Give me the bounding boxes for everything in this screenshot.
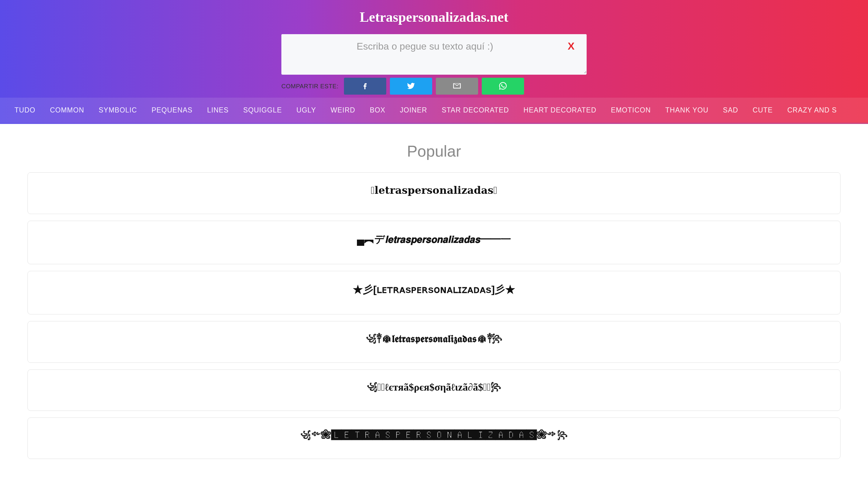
share-twitter-button[interactable] xyxy=(390,78,432,95)
text-input[interactable] xyxy=(281,34,587,74)
nav-item-ugly[interactable]: UGLY xyxy=(289,98,323,123)
style-text: ▄︻デ𝙡𝙚𝙩𝙧𝙖𝙨𝙥𝙚𝙧𝙨𝙤𝙣𝙖𝙡𝙞𝙯𝙖𝙙𝙖𝙨━━一 xyxy=(37,232,831,246)
nav-item-symbolic[interactable]: SYMBOLIC xyxy=(92,98,144,123)
whatsapp-icon xyxy=(498,81,508,91)
style-card[interactable]: ꧁༻❀🅻🅴🆃🆁🅰🆂🅿🅴🆁🆂🅾🅽🅰🅻🅸🆉🅰🅳🅰🆂❀༺꧂ xyxy=(27,418,841,459)
nav-item-joiner[interactable]: JOINER xyxy=(393,98,434,123)
nav-item-heart-decorated[interactable]: HEART DECORATED xyxy=(516,98,604,123)
header: Letraspersonalizadas.net X COMPARTIR EST… xyxy=(0,0,868,124)
nav-item-squiggle[interactable]: SQUIGGLE xyxy=(236,98,289,123)
share-label: COMPARTIR ESTE: xyxy=(281,83,338,90)
nav-item-cute[interactable]: CUTE xyxy=(745,98,780,123)
nav-item-star-decorated[interactable]: STAR DECORATED xyxy=(434,98,516,123)
twitter-icon xyxy=(407,81,416,91)
style-text: ꧁༒☬𝖑𝖊𝖙𝖗𝖆𝖘𝖕𝖊𝖗𝖘𝖔𝖓𝖆𝖑𝖎𝖟𝖆𝖉𝖆𝖘☬༒꧂ xyxy=(37,333,831,345)
nav-item-weird[interactable]: WEIRD xyxy=(323,98,363,123)
nav-item-tudo[interactable]: TUDO xyxy=(7,98,43,123)
share-row: COMPARTIR ESTE: xyxy=(138,75,730,95)
nav-item-pequenas[interactable]: PEQUENAS xyxy=(144,98,200,123)
category-nav[interactable]: TUDO COMMON SYMBOLIC PEQUENAS LINES SQUI… xyxy=(0,98,868,124)
style-text: ꧁༻❀🅻🅴🆃🆁🅰🆂🅿🅴🆁🆂🅾🅽🅰🅻🅸🆉🅰🅳🅰🆂❀༺꧂ xyxy=(37,429,831,441)
nav-item-crazy[interactable]: CRAZY AND S xyxy=(780,98,844,123)
nav-item-sad[interactable]: SAD xyxy=(716,98,745,123)
nav-item-thank-you[interactable]: THANK YOU xyxy=(658,98,716,123)
nav-item-emoticon[interactable]: EMOTICON xyxy=(604,98,658,123)
email-icon xyxy=(452,81,461,91)
style-text: 𓂀𝐥𝐞𝐭𝐫𝐚𝐬𝐩𝐞𝐫𝐬𝐨𝐧𝐚𝐥𝐢𝐳𝐚𝐝𝐚𝐬𓂀 xyxy=(37,184,831,196)
share-whatsapp-button[interactable] xyxy=(482,78,524,95)
nav-item-common[interactable]: COMMON xyxy=(43,98,91,123)
share-email-button[interactable] xyxy=(436,78,478,95)
facebook-icon xyxy=(360,81,370,91)
text-input-wrap: X xyxy=(281,34,587,75)
nav-item-box[interactable]: BOX xyxy=(362,98,393,123)
site-title: Letraspersonalizadas.net xyxy=(0,9,868,25)
style-text: ꧁𓊈𒆜ℓєтяã$ρєя$σηãℓιzã∂ã$𒆜𓊉꧂ xyxy=(37,381,831,393)
style-card[interactable]: 𓂀𝐥𝐞𝐭𝐫𝐚𝐬𝐩𝐞𝐫𝐬𝐨𝐧𝐚𝐥𝐢𝐳𝐚𝐝𝐚𝐬𓂀 xyxy=(27,172,841,214)
style-card[interactable]: ★彡[ʟᴇᴛʀᴀsᴘᴇʀsᴏɴᴀʟɪᴢᴀᴅᴀs]彡★ xyxy=(27,271,841,315)
style-text: ★彡[ʟᴇᴛʀᴀsᴘᴇʀsᴏɴᴀʟɪᴢᴀᴅᴀs]彡★ xyxy=(37,283,831,297)
style-card[interactable]: ꧁𓊈𒆜ℓєтяã$ρєя$σηãℓιzã∂ã$𒆜𓊉꧂ xyxy=(27,369,841,411)
style-card[interactable]: ꧁༒☬𝖑𝖊𝖙𝖗𝖆𝖘𝖕𝖊𝖗𝖘𝖔𝖓𝖆𝖑𝖎𝖟𝖆𝖉𝖆𝖘☬༒꧂ xyxy=(27,321,841,363)
style-card[interactable]: ▄︻デ𝙡𝙚𝙩𝙧𝙖𝙨𝙥𝙚𝙧𝙨𝙤𝙣𝙖𝙡𝙞𝙯𝙖𝙙𝙖𝙨━━一 xyxy=(27,221,841,264)
clear-input-button[interactable]: X xyxy=(568,40,574,52)
content: Popular 𓂀𝐥𝐞𝐭𝐫𝐚𝐬𝐩𝐞𝐫𝐬𝐨𝐧𝐚𝐥𝐢𝐳𝐚𝐝𝐚𝐬𓂀 ▄︻デ𝙡𝙚𝙩𝙧𝙖𝙨… xyxy=(6,124,862,478)
section-title: Popular xyxy=(27,142,841,160)
share-facebook-button[interactable] xyxy=(344,78,386,95)
nav-item-lines[interactable]: LINES xyxy=(200,98,236,123)
input-row: X xyxy=(138,34,730,75)
